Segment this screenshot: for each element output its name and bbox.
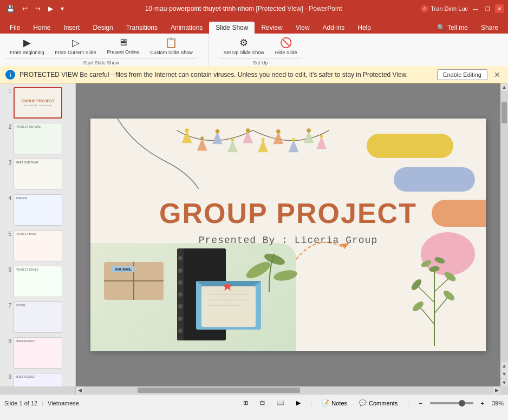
- tab-design[interactable]: Design: [86, 22, 119, 34]
- start-slide-show-label: Start Slide Show: [5, 58, 197, 65]
- scroll-track[interactable]: [500, 91, 508, 361]
- scroll-down-small[interactable]: ▼: [500, 370, 508, 378]
- enable-editing-button[interactable]: Enable Editing: [437, 69, 487, 80]
- present-online-button[interactable]: 🖥 Present Online: [103, 35, 144, 57]
- setup-slideshow-button[interactable]: ⚙ Set Up Slide Show: [219, 35, 269, 57]
- slide-subtitle: Presented By : Liceria Group: [90, 235, 486, 246]
- plant-decoration: [410, 248, 459, 346]
- tab-review[interactable]: Review: [255, 22, 289, 34]
- reading-view-icon: 📖: [277, 399, 284, 406]
- slide-thumb-4[interactable]: 4 AGENDA: [3, 193, 73, 227]
- close-button[interactable]: ✕: [495, 4, 504, 13]
- reading-view-button[interactable]: 📖: [272, 398, 289, 408]
- main-slide: AIR MAIL: [90, 119, 486, 351]
- svg-line-34: [434, 297, 448, 313]
- svg-marker-5: [258, 140, 268, 152]
- from-current-button[interactable]: ▷ From Current Slide: [51, 35, 101, 57]
- svg-point-29: [244, 259, 272, 281]
- share-button[interactable]: Share: [474, 22, 505, 34]
- info-icon: i: [5, 70, 15, 80]
- canvas-area[interactable]: AIR MAIL: [76, 83, 500, 386]
- slide-thumbnail-1: GROUP PROJECT Presented By : Liceria Gro…: [14, 87, 62, 119]
- tab-addins[interactable]: Add-ins: [316, 22, 351, 34]
- scroll-up-small[interactable]: ▲: [500, 362, 508, 370]
- slide-thumb-2[interactable]: 2 PROJECT OUTLINE: [3, 122, 73, 155]
- slide-thumb-1[interactable]: 1 GROUP PROJECT Presented By : Liceria G…: [3, 86, 73, 120]
- svg-point-16: [276, 129, 281, 134]
- scroll-right-button[interactable]: ▶: [493, 386, 500, 394]
- tab-slideshow[interactable]: Slide Show: [209, 22, 255, 34]
- slide-panel[interactable]: 1 GROUP PROJECT Presented By : Liceria G…: [0, 83, 76, 386]
- blob-yellow: [367, 134, 453, 158]
- protected-banner: i PROTECTED VIEW Be careful—files from t…: [0, 66, 508, 83]
- blob-blue: [394, 167, 475, 192]
- window-title: 10-mau-powerpoint-thuyet-trinh-nhom [Pro…: [66, 5, 421, 12]
- redo-icon[interactable]: ↪: [33, 4, 43, 14]
- slide-thumb-3[interactable]: 3 MEET OUR TEAM: [3, 158, 73, 191]
- banner-close-button[interactable]: ✕: [492, 70, 503, 79]
- slideshow-view-button[interactable]: ▶: [292, 398, 305, 408]
- tell-me-button[interactable]: 🔍 Tell me: [431, 22, 474, 34]
- main-area: 1 GROUP PROJECT Presented By : Liceria G…: [0, 83, 508, 386]
- scroll-thumb[interactable]: [502, 102, 507, 123]
- ribbon-group-setup: ⚙ Set Up Slide Show 🚫 Hide Slide Set Up: [219, 35, 302, 65]
- customize-qat-icon[interactable]: ▾: [58, 4, 66, 14]
- svg-point-42: [420, 259, 432, 268]
- svg-point-14: [246, 128, 250, 133]
- slide-thumb-5[interactable]: 5 PROJECT BRIEF: [3, 229, 73, 262]
- zoom-in-button[interactable]: +: [477, 399, 489, 408]
- save-icon[interactable]: 💾: [4, 4, 17, 14]
- slide-thumb-7[interactable]: 7 SCOPE: [3, 300, 73, 334]
- comments-button[interactable]: 💬 Comments: [355, 398, 402, 408]
- svg-marker-7: [289, 140, 299, 152]
- svg-point-11: [200, 136, 204, 140]
- tab-transitions[interactable]: Transitions: [120, 22, 164, 34]
- tab-view[interactable]: View: [289, 22, 316, 34]
- slide-thumb-8[interactable]: 8 BRIEF RESULT: [3, 336, 73, 370]
- zoom-thumb[interactable]: [459, 400, 465, 406]
- scroll-left-button[interactable]: ◀: [76, 386, 83, 394]
- present-icon[interactable]: ▶: [46, 4, 55, 14]
- svg-marker-9: [316, 136, 327, 149]
- tab-animations[interactable]: Animations: [164, 22, 209, 34]
- ribbon-divider: [208, 34, 209, 66]
- slide-thumbnail-7: SCOPE: [14, 301, 62, 333]
- tab-home[interactable]: Home: [27, 22, 57, 34]
- tab-help[interactable]: Help: [351, 22, 377, 34]
- slide-thumbnail-9: BRIEF RESULT: [14, 373, 62, 386]
- slide-sorter-button[interactable]: ⊟: [256, 398, 269, 408]
- status-right: ⊞ ⊟ 📖 ▶ | 📝 Notes 💬 Comments | − + 39%: [239, 398, 504, 408]
- slide-thumb-6[interactable]: 6 PROJECT GOALS: [3, 265, 73, 298]
- undo-icon[interactable]: ↩: [20, 4, 30, 14]
- svg-point-12: [216, 129, 220, 134]
- h-scroll-thumb[interactable]: [138, 388, 300, 393]
- curvy-line: [90, 119, 199, 189]
- minimize-button[interactable]: —: [471, 4, 480, 13]
- hide-icon: 🚫: [280, 37, 292, 49]
- from-beginning-icon: ▶: [23, 37, 31, 49]
- normal-view-button[interactable]: ⊞: [239, 398, 252, 408]
- h-scroll-track[interactable]: [83, 386, 493, 394]
- custom-slideshow-button[interactable]: 📋 Custom Slide Show: [146, 35, 197, 57]
- vertical-scrollbar[interactable]: ▲ ▲ ▼ ▼: [500, 83, 508, 386]
- horizontal-scrollbar[interactable]: ◀ ▶: [76, 386, 500, 394]
- slide-info: Slide 1 of 12: [4, 400, 37, 406]
- zoom-out-button[interactable]: −: [414, 399, 426, 408]
- zoom-slider[interactable]: [430, 402, 473, 404]
- from-beginning-button[interactable]: ▶ From Beginning: [5, 35, 49, 57]
- setup-icon: ⚙: [239, 37, 248, 49]
- custom-slideshow-icon: 📋: [165, 37, 177, 49]
- svg-point-19: [320, 135, 323, 138]
- title-bar-left: 💾 ↩ ↪ ▶ ▾: [4, 4, 66, 14]
- scroll-down-button[interactable]: ▼: [500, 379, 508, 386]
- restore-button[interactable]: ❐: [483, 4, 492, 13]
- scroll-up-button[interactable]: ▲: [500, 83, 508, 91]
- tab-insert[interactable]: Insert: [57, 22, 86, 34]
- notes-button[interactable]: 📝 Notes: [317, 398, 351, 408]
- bottom-scroll-area: ◀ ▶: [0, 386, 508, 394]
- hide-slide-button[interactable]: 🚫 Hide Slide: [271, 35, 302, 57]
- slide-thumb-9[interactable]: 9 BRIEF RESULT: [3, 372, 73, 386]
- status-bar: Slide 1 of 12 | Vietnamese ⊞ ⊟ 📖 ▶ | 📝 N…: [0, 394, 508, 411]
- slide-thumbnail-6: PROJECT GOALS: [14, 266, 62, 297]
- tab-file[interactable]: File: [3, 22, 27, 34]
